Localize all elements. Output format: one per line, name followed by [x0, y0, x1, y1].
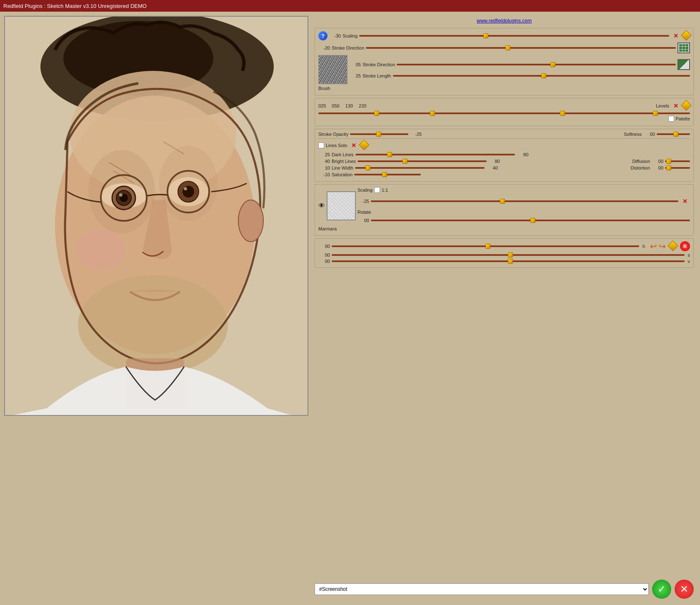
- levels-label: Levels: [656, 103, 669, 108]
- eye-icon[interactable]: 👁: [318, 202, 325, 210]
- h-row: 00 h ↩ ↪ R: [318, 241, 690, 251]
- one-to-one-row: 1:1: [374, 187, 388, 193]
- v-value: 00: [318, 259, 330, 264]
- website-link[interactable]: www.redfieldplugins.com: [315, 18, 694, 24]
- diffusion-thumb[interactable]: [666, 159, 671, 164]
- levels-x-button[interactable]: ✕: [671, 101, 681, 111]
- bottom-bar: #Screenshot Option 1 Option 2 ✓ ✕: [315, 576, 694, 599]
- dark-lines-label: Dark Lines: [332, 152, 354, 157]
- dark-lines-val2: 80: [517, 152, 528, 157]
- saturation-slider[interactable]: [354, 174, 421, 175]
- stroke-dir2-slider[interactable]: [397, 64, 676, 65]
- lines-x-button[interactable]: ✕: [349, 140, 359, 150]
- lines-solo-checkbox[interactable]: [318, 142, 324, 148]
- s-slider[interactable]: [332, 254, 685, 256]
- saturation-thumb[interactable]: [382, 172, 387, 177]
- stroke-dir2-label: Stroke Direction: [362, 62, 395, 67]
- lines-solo-row: Lines Solo ✕: [318, 140, 690, 150]
- s-thumb[interactable]: [508, 252, 513, 258]
- level-val-1: 025: [318, 103, 326, 108]
- softness-slider[interactable]: [657, 133, 690, 135]
- distortion-slider[interactable]: [665, 167, 690, 169]
- cancel-button[interactable]: ✕: [675, 580, 694, 599]
- diffusion-label: Diffusion: [632, 159, 650, 164]
- stroke-dir1-slider[interactable]: [366, 47, 676, 49]
- v-label: v: [688, 259, 690, 264]
- diamond-icon-2[interactable]: [681, 100, 691, 110]
- register-icon[interactable]: R: [680, 241, 690, 251]
- levels-slider[interactable]: [318, 112, 690, 114]
- saturation-label: Saturation: [332, 172, 352, 177]
- level-thumb-2[interactable]: [430, 111, 435, 116]
- undo-left-icon[interactable]: ↩: [650, 241, 657, 251]
- title-bar: Redfield Plugins : Sketch Master v3.10 U…: [0, 0, 700, 12]
- marmara-preview: [327, 191, 356, 220]
- diag-pattern-icon[interactable]: [678, 59, 690, 70]
- diamond-icon-4[interactable]: [668, 240, 678, 251]
- lines-solo-label: Lines Solo: [326, 143, 347, 148]
- h-thumb[interactable]: [485, 244, 490, 249]
- controls-panel: www.redfieldplugins.com ? -30 Scaling ✕ …: [312, 16, 696, 601]
- dark-lines-thumb1[interactable]: [387, 152, 392, 157]
- scaling-x-button[interactable]: ✕: [671, 31, 681, 41]
- marmara-rotate-thumb[interactable]: [530, 218, 535, 223]
- marmara-sliders: Scaling 1:1 -25 ✕: [358, 187, 690, 225]
- help-icon[interactable]: ?: [318, 31, 328, 40]
- stroke-dir1-thumb[interactable]: [505, 45, 510, 50]
- canvas-area: [4, 16, 308, 416]
- palette-checkbox[interactable]: [668, 116, 674, 122]
- marmara-x-button[interactable]: ✕: [680, 196, 690, 206]
- dark-lines-row: 25 Dark Lines 80: [318, 152, 690, 157]
- v-slider[interactable]: [332, 260, 685, 262]
- stroke-len-thumb[interactable]: [541, 73, 546, 78]
- stroke-dir2-value: 05: [349, 62, 361, 67]
- s-row: 00 s: [318, 252, 690, 258]
- bright-lines-thumb1[interactable]: [402, 159, 408, 164]
- bright-lines-slider1[interactable]: [358, 160, 487, 162]
- marmara-texture: [328, 192, 355, 220]
- v-thumb[interactable]: [508, 259, 513, 264]
- svg-point-17: [184, 187, 187, 190]
- scaling-thumb[interactable]: [483, 33, 488, 38]
- level-thumb-4[interactable]: [653, 111, 658, 116]
- grid-pattern-icon[interactable]: [678, 42, 690, 53]
- stroke-len-label: Stroke Length: [362, 73, 391, 78]
- svg-point-19: [76, 229, 126, 271]
- stroke-section: Stroke Opacity -25 Softness 00 Lines Sol…: [315, 129, 694, 182]
- stroke-dir2-thumb[interactable]: [550, 62, 555, 67]
- marmara-label: Marmara: [318, 226, 337, 231]
- levels-sliders-row: [318, 112, 690, 114]
- saturation-row: -10 Saturation: [318, 172, 690, 177]
- diamond-icon-3[interactable]: [359, 140, 370, 150]
- ok-icon: ✓: [658, 583, 666, 595]
- one-to-one-checkbox[interactable]: [374, 187, 380, 193]
- marmara-rotate-slider[interactable]: [371, 220, 690, 221]
- stroke-opacity-slider[interactable]: [350, 133, 408, 135]
- marmara-rotate-label: Rotate: [358, 210, 371, 215]
- palette-label: Palette: [676, 116, 690, 121]
- screenshot-dropdown[interactable]: #Screenshot Option 1 Option 2: [315, 583, 649, 595]
- stroke-len-row: 25 Stroke Length: [349, 73, 690, 78]
- stroke-dir2-row: 05 Stroke Direction: [349, 59, 690, 70]
- stroke-len-slider[interactable]: [393, 75, 690, 77]
- levels-header-row: 025 050 130 220 Levels ✕: [318, 101, 690, 111]
- h-slider[interactable]: [332, 245, 639, 247]
- stroke-opacity-thumb[interactable]: [376, 132, 381, 137]
- line-width-slider1[interactable]: [355, 167, 485, 169]
- level-thumb-3[interactable]: [560, 111, 565, 116]
- ok-button[interactable]: ✓: [652, 580, 671, 599]
- level-thumb-1[interactable]: [374, 111, 379, 116]
- undo-right-icon[interactable]: ↪: [659, 241, 666, 251]
- softness-thumb[interactable]: [673, 132, 678, 137]
- stroke-dir1-value: -20: [318, 45, 330, 50]
- distortion-thumb[interactable]: [666, 165, 671, 170]
- line-width-thumb1[interactable]: [365, 165, 370, 170]
- diffusion-slider[interactable]: [665, 160, 690, 162]
- diamond-icon-1[interactable]: [681, 30, 691, 40]
- scaling-slider[interactable]: [359, 35, 669, 37]
- marmara-scaling-thumb[interactable]: [500, 199, 505, 204]
- dark-lines-slider1[interactable]: [355, 154, 515, 155]
- marmara-scaling-slider[interactable]: [371, 200, 678, 202]
- v-row: 00 v: [318, 259, 690, 264]
- brush-sliders: 05 Stroke Direction 25 Stroke Length: [349, 59, 690, 80]
